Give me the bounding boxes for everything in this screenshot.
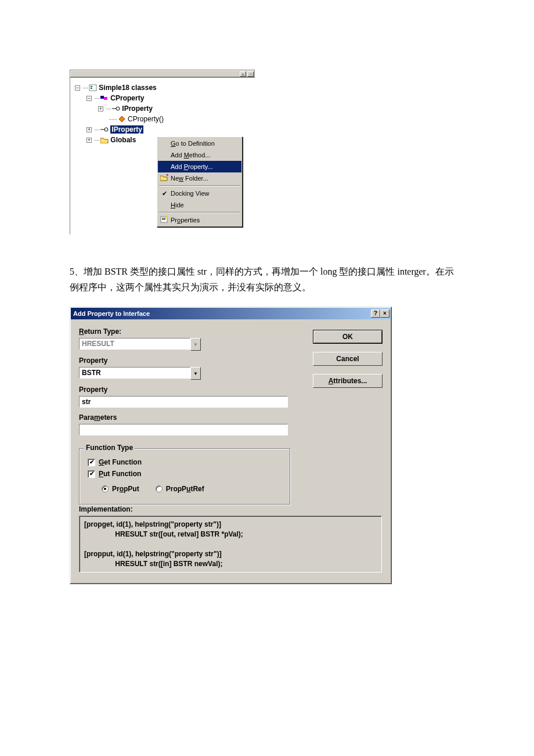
instruction-text: 5、增加 BSTR 类型的接口属性 str，同样的方式，再增加一个 long 型… [70,264,459,295]
dialog-title: Add Property to Interface [73,310,150,317]
menu-separator [159,185,240,186]
tree-class-node[interactable]: − ···· CProperty [73,93,252,103]
interface-icon [112,105,120,112]
menu-add-method[interactable]: Add Method... [158,149,241,161]
menu-new-folder[interactable]: ✴ New Folder... [158,172,241,184]
tree-inner-interface[interactable]: + ···· IProperty [73,103,252,114]
tree-selected-interface-label: IProperty [110,125,143,134]
checkbox-checked-icon: ✔ [88,470,95,478]
properties-icon [160,216,169,224]
menu-docking-view[interactable]: ✔ Docking View [158,188,241,199]
svg-rect-1 [91,86,92,87]
close-icon[interactable]: × [380,309,389,318]
get-function-checkbox[interactable]: ✔ Get Function [88,458,282,466]
method-icon [118,116,126,123]
svg-rect-0 [89,85,96,91]
property-type-combo[interactable]: BSTR [79,367,190,379]
class-icon [100,95,109,102]
expander-plus-icon[interactable]: + [86,138,92,143]
ok-button[interactable]: OK [313,330,383,344]
propput-radio[interactable]: PropPut [102,485,139,493]
return-type-combo: HRESULT [79,338,190,350]
tree-selected-interface[interactable]: + ···· IProperty [73,124,252,135]
help-icon[interactable]: ? [371,309,380,318]
function-type-group-title: Function Type [84,444,135,452]
svg-rect-3 [100,96,104,99]
panel-titlebar: ▲ × [70,70,255,77]
tree-class-label: CProperty [110,94,144,102]
radio-selected-icon [102,485,109,492]
tree-globals-label: Globals [110,136,136,144]
tree-root-label: Simple18 classes [99,84,156,92]
svg-marker-7 [119,116,125,122]
tree-ctor[interactable]: ······ CProperty() [73,114,252,124]
checkmark-icon: ✔ [160,190,169,197]
expander-minus-icon[interactable]: − [75,85,80,91]
cancel-button[interactable]: Cancel [313,352,383,366]
class-view-panel: ▲ × − ···· Simple18 classes − ···· CProp… [70,70,255,235]
parameters-input[interactable] [79,424,288,435]
svg-text:✴: ✴ [165,174,168,178]
menu-properties[interactable]: Properties [158,214,241,226]
close-icon[interactable]: × [247,71,254,77]
tree-inner-interface-label: IProperty [122,105,153,113]
menu-hide[interactable]: Hide [158,199,241,211]
attributes-button[interactable]: Attributes... [313,374,383,388]
add-property-dialog: Add Property to Interface ? × Return Typ… [70,307,392,584]
svg-point-8 [104,128,108,131]
property-type-label: Property [79,357,294,365]
svg-rect-16 [165,216,168,218]
put-function-checkbox[interactable]: ✔ Put Function [88,470,282,478]
dropdown-icon[interactable]: ▼ [190,367,201,380]
checkbox-checked-icon: ✔ [88,459,95,466]
svg-point-5 [116,107,120,110]
property-name-input[interactable]: str [79,396,288,408]
implementation-box: [propget, id(1), helpstring("property st… [79,516,382,573]
function-type-group: Function Type ✔ Get Function ✔ Put Funct… [79,448,291,505]
expander-minus-icon[interactable]: − [86,96,92,101]
return-type-label: Return Type: [79,327,294,336]
implementation-label: Implementation: [79,505,383,513]
dropdown-icon: ▼ [190,338,201,351]
classes-icon [89,84,97,91]
svg-rect-2 [91,88,92,89]
svg-marker-10 [100,138,108,143]
parameters-label: Parameters [79,413,294,422]
folder-icon [100,136,109,143]
property-name-label: Property [79,386,294,394]
svg-rect-4 [104,97,107,100]
expander-plus-icon[interactable]: + [86,127,92,132]
tree-ctor-label: CProperty() [128,115,164,123]
menu-goto-definition[interactable]: Go to Definition [158,138,241,149]
propputref-radio[interactable]: PropPutRef [156,485,204,493]
tree-root[interactable]: − ···· Simple18 classes [73,82,252,93]
new-folder-icon: ✴ [160,174,169,182]
context-menu: Go to Definition Add Method... Add Prope… [157,136,243,227]
minimize-icon[interactable]: ▲ [240,71,246,77]
menu-separator [159,212,240,213]
menu-add-property[interactable]: Add Property... [158,161,241,172]
radio-unselected-icon [156,485,163,492]
interface-icon [100,126,109,133]
expander-plus-icon[interactable]: + [98,106,103,111]
dialog-titlebar: Add Property to Interface ? × [71,308,391,319]
